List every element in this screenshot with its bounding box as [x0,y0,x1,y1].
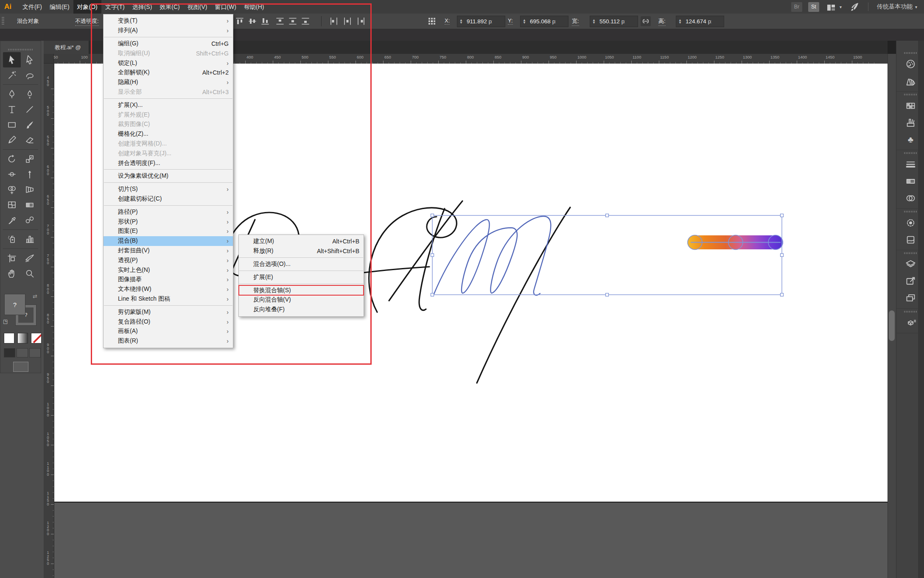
slice-tool[interactable] [21,251,39,266]
curvature-tool[interactable] [21,87,39,102]
object-menu-item[interactable]: 设为像素级优化(M) [104,171,233,181]
reference-point-grid-icon[interactable] [427,16,437,26]
panel-drag-handle[interactable] [2,17,4,25]
panel-drag-handle[interactable] [904,152,917,154]
align-vcenter-icon[interactable] [247,16,258,26]
width-input[interactable]: ▲▼550.112px [590,16,638,27]
magic-wand-tool[interactable] [3,67,21,83]
object-menu-item[interactable]: 路径(P)› [104,207,233,217]
object-menu-item[interactable]: 取消编组(U)Shift+Ctrl+G [104,48,233,58]
line-segment-tool[interactable] [21,102,39,117]
rotate-tool[interactable] [3,151,21,167]
object-menu-item[interactable]: 画板(A)› [104,327,233,336]
height-label[interactable]: 高: [658,17,666,26]
draw-behind-mode-button[interactable] [17,348,28,357]
chevron-down-icon[interactable]: ▾ [915,5,917,9]
symbol-sprayer-tool[interactable] [3,232,21,247]
object-menu-item[interactable]: 混合(B)› [104,236,233,246]
blend-tool[interactable] [21,212,39,228]
align-bottom-icon[interactable] [260,16,270,26]
ruler-corner[interactable] [44,54,54,64]
vertical-scrollbar-thumb[interactable] [889,310,895,341]
object-menu-item[interactable]: 图表(R)› [104,336,233,346]
menubar-item-效果[interactable]: 效果(C) [156,0,183,14]
object-menu-item[interactable]: 编组(G)Ctrl+G [104,39,233,49]
dist-hcenter-icon[interactable] [342,16,353,26]
color-button[interactable] [4,333,14,343]
object-menu-item[interactable]: 创建渐变网格(D)... [104,139,233,149]
object-menu-item[interactable]: 图案(E)› [104,226,233,236]
blend-submenu-item[interactable]: 替换混合轴(S) [239,285,364,295]
dist-vbottom-icon[interactable] [300,16,311,26]
stepper-icon[interactable]: ▲▼ [590,19,598,24]
object-menu-item[interactable]: Line 和 Sketch 图稿› [104,294,233,304]
stepper-icon[interactable]: ▲▼ [521,19,528,24]
draw-normal-mode-button[interactable] [4,348,15,357]
align-top-icon[interactable] [235,16,245,26]
menubar-item-窗口[interactable]: 窗口(W) [211,0,240,14]
panel-drag-handle[interactable] [904,94,917,95]
blend-submenu-item[interactable]: 反向堆叠(F) [239,305,364,315]
opacity-label[interactable]: 不透明度: [75,17,99,26]
eyedropper-tool[interactable] [3,212,21,228]
object-menu-item[interactable]: 锁定(L)› [104,58,233,68]
mesh-tool[interactable] [3,197,21,212]
fill-color-swatch[interactable]: ? [4,294,25,315]
object-menu-item[interactable]: 剪切蒙版(M)› [104,307,233,317]
y-input[interactable]: ▲▼695.068px [520,16,568,27]
menubar-item-文字[interactable]: 文字(T) [101,0,129,14]
constrain-proportions-icon[interactable] [641,16,651,26]
type-tool[interactable] [3,102,21,117]
object-menu-item[interactable]: 封套扭曲(V)› [104,246,233,256]
dist-vtop-icon[interactable] [275,16,285,26]
scale-tool[interactable] [21,151,39,167]
object-menu-item[interactable]: 裁剪图像(C) [104,120,233,129]
dist-hleft-icon[interactable] [329,16,339,26]
panel-drag-handle[interactable] [904,311,917,313]
blend-submenu-item[interactable]: 扩展(E) [239,272,364,282]
artboard-tool[interactable] [3,251,21,266]
perspective-grid-tool[interactable] [21,182,39,197]
workspace-switcher[interactable]: 传统基本功能 [877,3,913,11]
object-menu-item[interactable]: 透视(P)› [104,255,233,265]
object-menu-item[interactable]: 复合路径(O)› [104,317,233,327]
object-menu-item[interactable]: 扩展外观(E) [104,110,233,120]
swap-fill-stroke-icon[interactable]: ⇄ [33,293,37,299]
shaper-tool[interactable] [3,132,21,148]
object-menu-item[interactable]: 图像描摹› [104,275,233,285]
stock-badge[interactable]: St [808,2,819,12]
default-fill-stroke-icon[interactable]: ◳ [3,318,8,324]
rectangle-tool[interactable] [3,117,21,132]
vertical-ruler[interactable]: 4 5 05 0 05 5 06 0 06 5 07 0 07 5 08 0 0… [44,64,54,578]
stepper-icon[interactable]: ▲▼ [457,19,465,24]
object-menu-item[interactable]: 显示全部Alt+Ctrl+3 [104,87,233,97]
panel-drag-handle[interactable] [8,49,33,50]
column-graph-tool[interactable] [21,232,39,247]
object-menu-item[interactable]: 创建裁切标记(C) [104,194,233,204]
chevron-down-icon[interactable]: ▾ [840,5,842,9]
blend-submenu-item[interactable]: 反向混合轴(V) [239,295,364,305]
blend-submenu-item[interactable]: 建立(M)Alt+Ctrl+B [239,237,364,246]
gradient-tool[interactable] [21,197,39,212]
menubar-item-对象[interactable]: 对象(O) [73,0,101,14]
panel-drag-handle[interactable] [904,52,917,54]
selection-tool[interactable] [3,52,21,67]
menubar-item-帮助[interactable]: 帮助(H) [240,0,268,14]
dist-vcenter-icon[interactable] [288,16,298,26]
y-label[interactable]: Y: [508,17,513,25]
lasso-tool[interactable] [21,67,39,83]
x-label[interactable]: X: [445,17,450,25]
zoom-tool[interactable] [21,266,39,281]
none-button[interactable] [31,333,42,343]
pasteboard[interactable] [54,503,888,578]
object-menu-item[interactable]: 实时上色(N)› [104,265,233,275]
object-menu-item[interactable]: 栅格化(Z)... [104,129,233,139]
draw-inside-mode-button[interactable] [29,348,41,357]
blend-submenu-item[interactable]: 释放(R)Alt+Shift+Ctrl+B [239,246,364,256]
object-menu-item[interactable]: 排列(A)› [104,26,233,36]
object-menu-item[interactable]: 创建对象马赛克(J)... [104,148,233,158]
paintbrush-tool[interactable] [21,117,39,132]
object-menu-item[interactable]: 扩展(X)... [104,100,233,110]
panel-drag-handle[interactable] [904,252,917,254]
object-menu-item[interactable]: 文本绕排(W)› [104,285,233,294]
